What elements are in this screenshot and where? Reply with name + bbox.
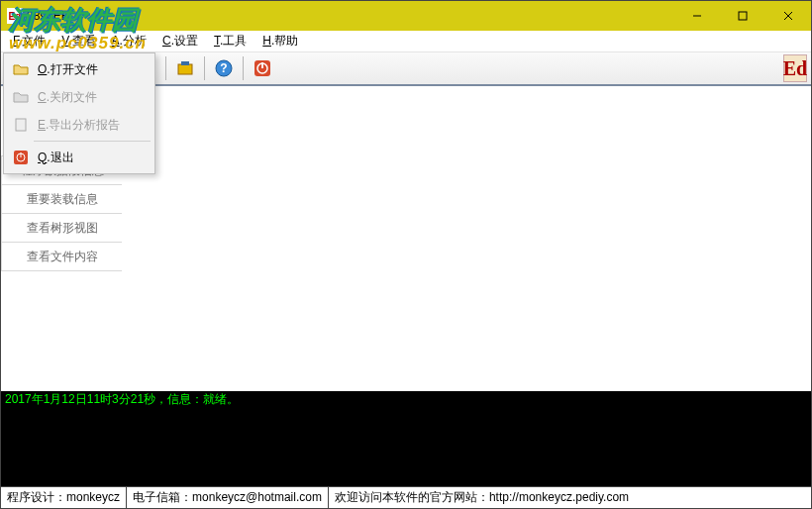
titlebar: Ed 9896EB [1, 1, 811, 31]
tool-quit[interactable] [249, 54, 276, 82]
console-line: 2017年1月12日11时3分21秒，信息：就绪。 [5, 392, 239, 406]
menu-analyze[interactable]: A.分析 [104, 31, 154, 51]
tool-settings[interactable] [171, 54, 199, 82]
main-content [122, 86, 811, 391]
minimize-button[interactable] [674, 1, 720, 31]
app-logo-right: Ed [783, 54, 807, 82]
menu-tools[interactable]: T.工具 [206, 31, 254, 51]
power-icon [10, 147, 32, 168]
titlebar-left: Ed 9896EB [7, 8, 69, 24]
close-button[interactable] [765, 1, 811, 31]
menu-separator [34, 141, 151, 142]
svg-rect-9 [181, 61, 189, 65]
statusbar: 程序设计：monkeycz 电子信箱：monkeycz@hotmail.com … [1, 486, 811, 508]
minimize-icon [692, 11, 702, 21]
svg-text:?: ? [220, 61, 227, 75]
help-icon: ? [214, 58, 234, 78]
box-tools-icon [175, 58, 195, 78]
menu-close-file: C.关闭文件 [6, 83, 152, 111]
folder-close-icon [10, 86, 32, 108]
menu-export-report: E.导出分析报告 [6, 111, 152, 139]
window-title: 9896EB [27, 9, 69, 23]
menubar: F.文件 V.查看 A.分析 C.设置 T.工具 H.帮助 [1, 31, 811, 52]
folder-open-icon [10, 58, 32, 80]
svg-rect-8 [178, 64, 192, 74]
power-icon [253, 58, 272, 78]
menu-quit[interactable]: Q.退出 [6, 144, 152, 171]
sidebar-item-tree-view[interactable]: 查看树形视图 [1, 213, 123, 243]
tool-help[interactable]: ? [210, 54, 238, 82]
menu-file[interactable]: F.文件 [5, 31, 53, 51]
app-window: Ed 9896EB F.文件 V.查看 A.分析 C.设置 T.工具 H.帮助 [0, 0, 812, 509]
maximize-icon [738, 11, 748, 21]
menu-config[interactable]: C.设置 [154, 31, 206, 51]
toolbar-separator [204, 56, 205, 80]
document-icon [10, 114, 32, 136]
console-output: 2017年1月12日11时3分21秒，信息：就绪。 [1, 391, 811, 486]
menu-open-file[interactable]: O.打开文件 [6, 55, 152, 83]
sidebar-item-file-content[interactable]: 查看文件内容 [1, 242, 123, 271]
close-icon [783, 11, 793, 21]
toolbar-separator [243, 56, 244, 80]
toolbar-separator [165, 56, 166, 80]
menu-view[interactable]: V.查看 [53, 31, 103, 51]
app-icon: Ed [7, 8, 23, 24]
file-menu-dropdown: O.打开文件 C.关闭文件 E.导出分析报告 Q.退出 [3, 52, 155, 174]
svg-rect-15 [16, 119, 26, 131]
svg-rect-1 [739, 12, 747, 20]
sidebar-item-load-info[interactable]: 重要装载信息 [1, 184, 123, 214]
menu-help[interactable]: H.帮助 [254, 31, 306, 51]
maximize-button[interactable] [720, 1, 765, 31]
status-designer: 程序设计：monkeycz [1, 487, 127, 508]
status-email: 电子信箱：monkeycz@hotmail.com [127, 487, 329, 508]
status-website: 欢迎访问本软件的官方网站：http://monkeycz.pediy.com [329, 487, 811, 508]
window-controls [674, 1, 811, 31]
